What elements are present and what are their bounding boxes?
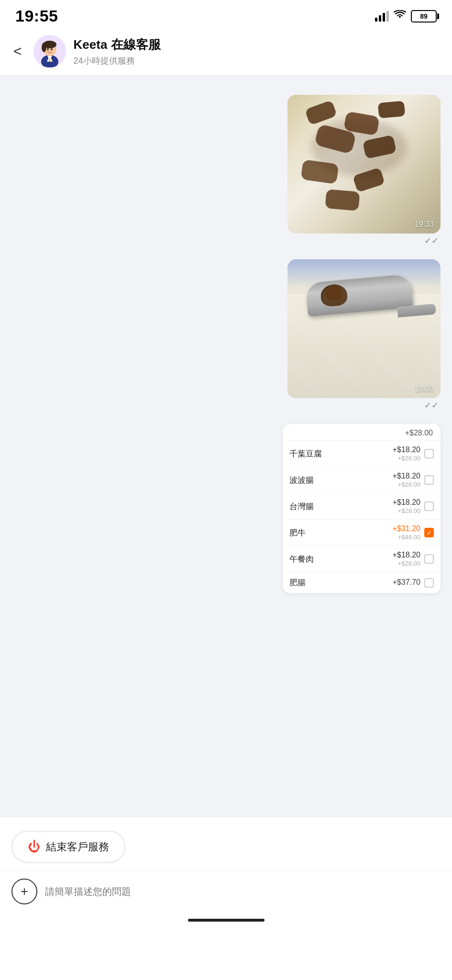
end-service-button[interactable]: ⏻ 結束客戶服務 (11, 831, 125, 863)
image-timestamp-2: 19:33 (415, 385, 434, 393)
message-row-2: 19:33 ✓✓ (11, 259, 441, 411)
item-price-wrap-1: +$18.20 +$28.00 (393, 445, 420, 462)
message-image-1[interactable]: 19:33 ✓✓ (287, 95, 441, 246)
item-sub-4: +$48.00 (398, 534, 420, 541)
header-info: Keeta 在線客服 24小時提供服務 (74, 36, 161, 67)
home-indicator (0, 914, 452, 929)
battery-icon: 89 (411, 10, 437, 22)
svg-point-7 (42, 43, 46, 52)
contact-subtitle: 24小時提供服務 (74, 55, 161, 67)
power-icon: ⏻ (28, 839, 40, 854)
item-price-wrap-2: +$18.20 +$28.00 (393, 472, 420, 488)
item-name-3: 台灣腸 (289, 501, 393, 512)
read-status-1: ✓✓ (287, 235, 441, 246)
item-check-4[interactable]: ✓ (424, 528, 434, 537)
item-name-5: 午餐肉 (289, 554, 393, 565)
signal-icon (375, 11, 389, 22)
item-price-3: +$18.20 (393, 498, 420, 507)
order-item-1[interactable]: 千葉豆腐 +$18.20 +$28.00 (283, 441, 441, 467)
home-bar (188, 919, 265, 922)
chat-area: 19:33 ✓✓ (0, 76, 452, 817)
status-bar: 19:55 89 (0, 0, 452, 29)
message-image-2[interactable]: 19:33 ✓✓ (287, 259, 441, 411)
order-card[interactable]: +$28.00 千葉豆腐 +$18.20 +$28.00 波波腸 +$18.20… (283, 424, 441, 593)
item-price-wrap-3: +$18.20 +$28.00 (393, 498, 420, 514)
chat-header: < Keeta 在線客服 24小時提供服務 (0, 29, 452, 76)
message-row-3: +$28.00 千葉豆腐 +$18.20 +$28.00 波波腸 +$18.20… (11, 424, 441, 593)
order-item-5[interactable]: 午餐肉 +$18.20 +$28.00 (283, 546, 441, 572)
item-price-2: +$18.20 (393, 472, 420, 480)
order-item-6[interactable]: 肥腸 +$37.70 (283, 572, 441, 593)
order-item-4[interactable]: 肥牛 +$31.20 +$48.00 ✓ (283, 520, 441, 546)
item-sub-5: +$28.00 (398, 560, 420, 567)
item-name-1: 千葉豆腐 (289, 448, 393, 459)
checkmark-icon: ✓ (427, 529, 432, 536)
item-name-2: 波波腸 (289, 475, 393, 486)
item-check-6[interactable] (424, 578, 434, 588)
avatar (33, 35, 66, 67)
item-price-wrap-4: +$31.20 +$48.00 (393, 524, 420, 541)
svg-point-9 (51, 48, 53, 50)
order-item-3[interactable]: 台灣腸 +$18.20 +$28.00 (283, 493, 441, 520)
item-price-wrap-6: +$37.70 (393, 578, 420, 587)
read-status-2: ✓✓ (287, 400, 441, 411)
add-button[interactable]: + (11, 879, 37, 904)
item-check-3[interactable] (424, 501, 434, 511)
status-time: 19:55 (15, 7, 58, 25)
message-row-1: 19:33 ✓✓ (11, 95, 441, 246)
wifi-icon (394, 10, 406, 22)
item-name-4: 肥牛 (289, 527, 393, 538)
item-price-5: +$18.20 (393, 551, 420, 559)
end-service-row: ⏻ 結束客戶服務 (0, 817, 452, 870)
item-price-4: +$31.20 (393, 524, 420, 533)
input-bar: + (0, 870, 452, 914)
svg-point-8 (47, 48, 49, 50)
item-check-1[interactable] (424, 449, 434, 458)
end-service-label: 結束客戶服務 (46, 840, 109, 854)
item-price-wrap-5: +$18.20 +$28.00 (393, 551, 420, 567)
item-sub-3: +$28.00 (398, 507, 420, 514)
status-icons: 89 (375, 10, 437, 22)
item-sub-1: +$28.00 (398, 455, 420, 462)
order-item-2[interactable]: 波波腸 +$18.20 +$28.00 (283, 467, 441, 493)
contact-name: Keeta 在線客服 (74, 36, 161, 53)
item-check-5[interactable] (424, 554, 434, 564)
item-name-6: 肥腸 (289, 577, 393, 588)
back-button[interactable]: < (10, 41, 26, 61)
plus-icon: + (21, 885, 28, 898)
order-card-header: +$28.00 (283, 424, 441, 441)
message-input[interactable] (45, 886, 441, 897)
item-price-6: +$37.70 (393, 578, 420, 587)
item-price-1: +$18.20 (393, 445, 420, 454)
image-timestamp-1: 19:33 (415, 220, 434, 229)
item-check-2[interactable] (424, 475, 434, 485)
item-sub-2: +$28.00 (398, 481, 420, 488)
